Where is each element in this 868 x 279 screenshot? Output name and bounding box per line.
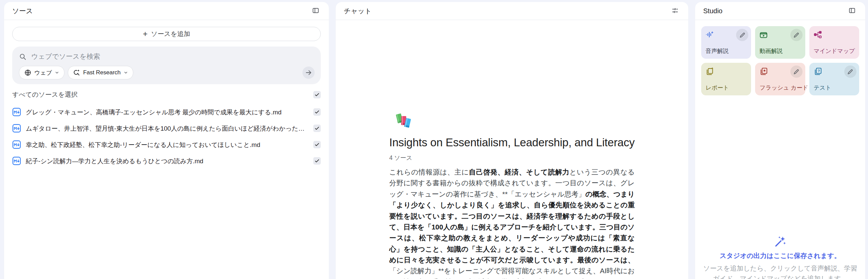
- pencil-icon: [793, 69, 800, 75]
- arrow-right-icon: [305, 69, 312, 76]
- notebook-summary: これらの情報源は、主に自己啓発、経済、そして読解力という三つの異なる分野に関する…: [389, 167, 635, 279]
- sources-panel-header: ソース: [4, 2, 329, 20]
- chat-panel-title: チャット: [344, 6, 372, 16]
- edit-button[interactable]: [790, 66, 803, 78]
- edit-button[interactable]: [790, 29, 803, 41]
- chat-panel-header: チャット: [336, 2, 688, 20]
- check-icon: [314, 126, 320, 131]
- markdown-file-icon: [12, 140, 21, 149]
- notebook-title: Insights on Essentialism, Leadership, an…: [389, 136, 635, 149]
- research-icon: [73, 69, 80, 76]
- studio-card-item[interactable]: フラッシュ カード: [755, 63, 805, 95]
- select-all-sources-label: すべてのソースを選択: [12, 90, 78, 99]
- magic-wand-icon: [774, 236, 786, 248]
- tune-icon: [671, 7, 679, 14]
- summary-text: 「シン読解力」**をトレーニングで習得可能なスキルとして捉え、AI時代における読…: [389, 267, 635, 279]
- source-checkbox[interactable]: [313, 108, 321, 116]
- flashcards-icon: [759, 67, 768, 76]
- edit-button[interactable]: [844, 66, 856, 78]
- collapse-panel-icon: [312, 7, 319, 14]
- web-source-search-box: ウェブでソースを検索 ウェブ Fast Research: [12, 46, 321, 84]
- studio-panel-header: Studio: [695, 2, 865, 20]
- pencil-icon: [739, 32, 746, 38]
- source-list-item[interactable]: 紀子-シン読解力―学力と人生を決めるもうひとつの読み方.md: [12, 153, 321, 169]
- source-name: 紀子-シン読解力―学力と人生を決めるもうひとつの読み方.md: [26, 157, 309, 165]
- studio-card-label: 音声解説: [706, 47, 729, 55]
- search-submit-button[interactable]: [302, 67, 315, 79]
- pencil-icon: [793, 32, 800, 38]
- source-list-item[interactable]: 幸之助、松下政経塾、松下幸之助-リーダーになる人に知っておいてほしいこと.md: [12, 136, 321, 153]
- source-name: 幸之助、松下政経塾、松下幸之助-リーダーになる人に知っておいてほしいこと.md: [26, 141, 309, 149]
- select-all-checkbox[interactable]: [313, 91, 321, 98]
- summary-bold-text: 自己啓発、経済、そして読解力: [469, 168, 570, 176]
- sources-panel-title: ソース: [12, 6, 33, 16]
- add-source-label: ソースを追加: [151, 30, 190, 38]
- collapse-studio-panel-button[interactable]: [847, 5, 857, 17]
- studio-panel-title: Studio: [703, 7, 723, 15]
- chat-settings-button[interactable]: [670, 5, 680, 17]
- studio-card-label: 動画解説: [760, 47, 783, 55]
- studio-card-label: マインドマップ: [814, 47, 855, 55]
- waveform-icon: [705, 30, 714, 39]
- globe-icon: [24, 69, 32, 76]
- add-source-button[interactable]: + ソースを追加: [12, 27, 321, 41]
- source-checkbox[interactable]: [313, 141, 321, 148]
- source-checkbox[interactable]: [313, 157, 321, 165]
- studio-card-label: フラッシュ カード: [760, 84, 808, 92]
- svg-text:?: ?: [817, 69, 820, 73]
- plus-icon: +: [143, 30, 147, 38]
- chevron-down-icon: [55, 70, 59, 75]
- sources-panel: ソース + ソースを追加 ウェブでソースを検索 ウェブ Fast: [4, 2, 329, 279]
- studio-empty-title: スタジオの出力はここに保存されます。: [695, 251, 865, 260]
- check-icon: [314, 92, 320, 97]
- studio-card-item[interactable]: 動画解説: [755, 26, 805, 59]
- source-name: グレッグ・マキューン、高橋璃子-エッセンシャル思考 最少の時間で成果を最大にする…: [26, 108, 309, 116]
- studio-card-label: レポート: [706, 84, 729, 92]
- quiz-icon: ?: [813, 67, 822, 76]
- source-name: ムギタロー、井上智洋、望月慎-東大生が日本を100人の島に例えたら面白いほど経済…: [26, 124, 309, 133]
- web-filter-chip[interactable]: ウェブ: [19, 66, 64, 79]
- source-count: 4 ソース: [389, 154, 635, 162]
- research-mode-chip[interactable]: Fast Research: [68, 66, 133, 79]
- studio-empty-state: スタジオの出力はここに保存されます。 ソースを追加したら、クリックして音声解説、…: [695, 236, 865, 279]
- edit-button[interactable]: [736, 29, 748, 41]
- books-icon: [393, 112, 414, 132]
- studio-card-item[interactable]: 音声解説: [701, 26, 751, 59]
- markdown-file-icon: [12, 156, 21, 165]
- summary-text: これらの情報源は、主に: [389, 168, 469, 176]
- collapse-panel-icon: [848, 7, 856, 14]
- markdown-file-icon: [12, 124, 21, 133]
- chevron-down-icon: [123, 70, 128, 75]
- mindmap-icon: [813, 30, 822, 39]
- summary-bold-text: の概念、つまり「より少なく、しかしより良く」を追求し、自ら優先順位を決めることの…: [389, 190, 635, 264]
- studio-card-label: テスト: [814, 84, 831, 92]
- markdown-file-icon: [12, 108, 21, 116]
- search-input[interactable]: ウェブでソースを検索: [31, 52, 100, 61]
- check-icon: [314, 142, 320, 147]
- web-filter-label: ウェブ: [34, 69, 52, 77]
- studio-cards-grid: 音声解説 動画解説 マインドマップ レポート フラッシュ カード ? テ: [695, 20, 865, 95]
- check-icon: [314, 109, 320, 115]
- studio-card-item[interactable]: レポート: [701, 63, 751, 95]
- sources-list: グレッグ・マキューン、高橋璃子-エッセンシャル思考 最少の時間で成果を最大にする…: [12, 104, 321, 169]
- chat-panel: チャット Insights on Essentialism, Leadershi…: [336, 2, 688, 279]
- studio-card-item[interactable]: ? テスト: [809, 63, 859, 95]
- source-checkbox[interactable]: [313, 125, 321, 132]
- studio-panel: Studio 音声解説 動画解説 マインドマップ レポート: [695, 2, 865, 279]
- source-list-item[interactable]: グレッグ・マキューン、高橋璃子-エッセンシャル思考 最少の時間で成果を最大にする…: [12, 104, 321, 120]
- pencil-icon: [847, 69, 853, 75]
- research-mode-label: Fast Research: [83, 69, 121, 76]
- source-list-item[interactable]: ムギタロー、井上智洋、望月慎-東大生が日本を100人の島に例えたら面白いほど経済…: [12, 120, 321, 136]
- studio-empty-desc: ソースを追加したら、クリックして音声解説、学習ガイド、マインドマップなどを追加し…: [695, 263, 865, 279]
- check-icon: [314, 158, 320, 164]
- video-icon: [759, 30, 768, 39]
- search-icon: [19, 53, 26, 60]
- collapse-sources-panel-button[interactable]: [311, 5, 321, 17]
- report-icon: [705, 67, 714, 76]
- studio-card-item[interactable]: マインドマップ: [809, 26, 859, 59]
